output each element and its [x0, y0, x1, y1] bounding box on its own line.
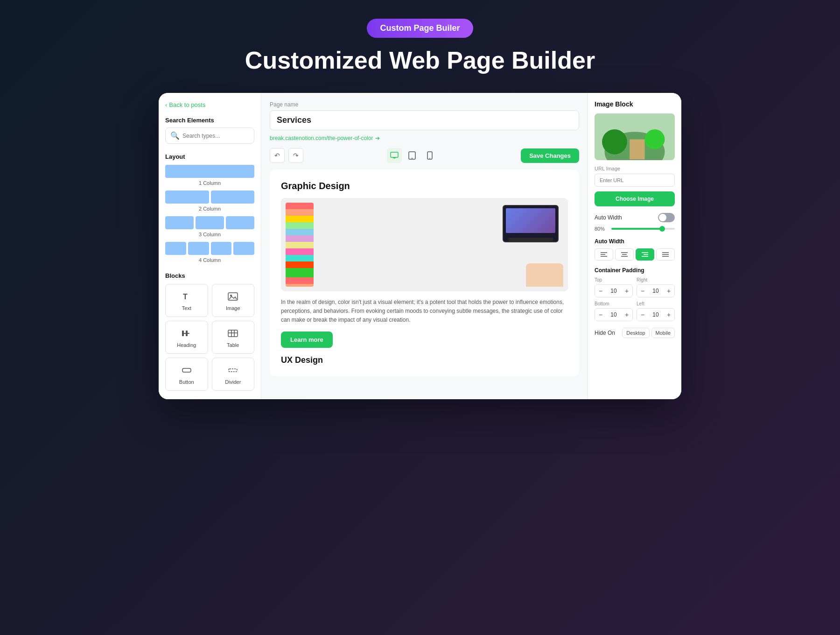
sidebar: ‹ Back to posts Search Elements 🔍 Layout… [159, 93, 261, 399]
svg-point-18 [429, 158, 430, 159]
padding-right-label: Right [637, 277, 675, 282]
align-center-button[interactable] [615, 248, 634, 261]
search-input[interactable] [182, 133, 249, 139]
redo-button[interactable]: ↷ [288, 148, 303, 163]
padding-bottom-minus[interactable]: − [595, 309, 606, 321]
auto-width-label-1: Auto Width [595, 214, 622, 221]
design-image [281, 198, 568, 291]
slider-track[interactable] [611, 228, 675, 230]
block-divider-label: Divider [225, 379, 241, 385]
choose-image-button[interactable]: Choose Image [595, 191, 675, 206]
learn-more-button[interactable]: Learn more [281, 332, 333, 348]
url-image-label: URL Image [595, 166, 675, 171]
padding-top-item: Top − 10 + [595, 277, 633, 297]
auto-width-toggle-row: Auto Width [595, 213, 675, 222]
hide-on-section: Hide On Desktop Mobile [595, 328, 675, 338]
container-padding-section: Container Padding Top − 10 + Right − 10 … [595, 267, 675, 321]
padding-right-stepper: − 10 + [637, 284, 675, 297]
desktop-view-button[interactable] [387, 148, 402, 163]
canvas-area: Page name Services break.castenotion.com… [261, 93, 588, 399]
back-arrow-icon: ‹ [165, 101, 167, 108]
hide-on-label: Hide On [595, 330, 615, 336]
back-to-posts-link[interactable]: ‹ Back to posts [165, 101, 254, 108]
search-box[interactable]: 🔍 [165, 127, 254, 144]
svg-rect-12 [391, 152, 398, 157]
divider-block-icon [225, 364, 240, 377]
svg-rect-5 [182, 333, 189, 334]
layout-2col-label: 2 Column [199, 206, 221, 212]
save-changes-button[interactable]: Save Changes [521, 148, 579, 163]
auto-width-section-1: Auto Width 80% [595, 213, 675, 232]
button-block-icon [179, 364, 194, 377]
hide-on-desktop-button[interactable]: Desktop [622, 328, 649, 338]
block-image-label: Image [226, 305, 240, 311]
padding-bottom-plus[interactable]: + [621, 309, 632, 321]
block-text-label: Text [182, 305, 191, 311]
block-image[interactable]: Image [212, 284, 255, 317]
app-container: ‹ Back to posts Search Elements 🔍 Layout… [159, 93, 681, 399]
layout-section-title: Layout [165, 153, 254, 160]
padding-bottom-item: Bottom − 10 + [595, 301, 633, 321]
block-table[interactable]: Table [212, 321, 255, 354]
svg-rect-6 [228, 330, 238, 337]
laptop-image [503, 205, 559, 242]
device-switcher [387, 148, 437, 163]
padding-left-label: Left [637, 301, 675, 306]
image-block-icon [225, 290, 240, 303]
align-justify-button[interactable] [656, 248, 675, 261]
padding-top-minus[interactable]: − [595, 285, 606, 297]
mobile-view-button[interactable] [422, 148, 437, 163]
layout-4col[interactable]: 4 Column [165, 242, 254, 263]
padding-top-value: 10 [606, 288, 621, 294]
svg-rect-10 [182, 368, 191, 372]
blocks-grid: T Text Image Heading Table [165, 284, 254, 391]
block-button[interactable]: Button [165, 358, 208, 391]
padding-right-minus[interactable]: − [637, 285, 648, 297]
heading-block-icon [179, 327, 194, 340]
block-button-label: Button [179, 379, 194, 385]
page-name-field[interactable]: Services [270, 110, 579, 130]
page-url[interactable]: break.castenotion.com/the-power-of-color… [270, 135, 579, 141]
layout-3col[interactable]: 3 Column [165, 216, 254, 237]
layout-2col[interactable]: 2 Column [165, 190, 254, 212]
padding-left-plus[interactable]: + [663, 309, 674, 321]
padding-bottom-stepper: − 10 + [595, 308, 633, 321]
block-table-label: Table [227, 342, 239, 348]
svg-point-16 [412, 158, 413, 159]
table-block-icon [225, 327, 240, 340]
block-divider[interactable]: Divider [212, 358, 255, 391]
align-left-button[interactable] [595, 248, 613, 261]
tablet-view-button[interactable] [405, 148, 420, 163]
align-right-button[interactable] [636, 248, 654, 261]
padding-right-plus[interactable]: + [663, 285, 674, 297]
auto-width-label-2: Auto Width [595, 238, 675, 245]
padding-top-plus[interactable]: + [621, 285, 632, 297]
search-icon: 🔍 [170, 131, 180, 140]
right-panel: Image Block URL Image Choose Image Auto … [588, 93, 681, 399]
url-image-input[interactable] [595, 174, 675, 187]
auto-width-section-2: Auto Width [595, 238, 675, 261]
undo-button[interactable]: ↶ [270, 148, 285, 163]
search-section-title: Search Elements [165, 117, 254, 124]
block-text[interactable]: T Text [165, 284, 208, 317]
block-heading[interactable]: Heading [165, 321, 208, 354]
section-title: Graphic Design [281, 181, 568, 191]
search-section: Search Elements 🔍 [165, 117, 254, 144]
hide-on-mobile-button[interactable]: Mobile [651, 328, 675, 338]
padding-left-minus[interactable]: − [637, 309, 648, 321]
container-padding-title: Container Padding [595, 267, 675, 274]
color-swatches [286, 203, 314, 287]
header-badge-container: Custom Page Builer [367, 19, 473, 46]
body-text: In the realm of design, color isn't just… [281, 298, 568, 325]
svg-rect-11 [229, 369, 237, 372]
padding-top-stepper: − 10 + [595, 284, 633, 297]
padding-left-value: 10 [648, 311, 663, 318]
hide-on-buttons: Desktop Mobile [622, 328, 675, 338]
padding-left-item: Left − 10 + [637, 301, 675, 321]
content-block: Graphic Design In the realm of design, c… [270, 169, 579, 376]
auto-width-toggle[interactable] [658, 213, 675, 222]
panel-title: Image Block [595, 100, 675, 108]
svg-text:T: T [183, 293, 188, 301]
toolbar-left: ↶ ↷ [270, 148, 303, 163]
layout-1col[interactable]: 1 Column [165, 165, 254, 186]
